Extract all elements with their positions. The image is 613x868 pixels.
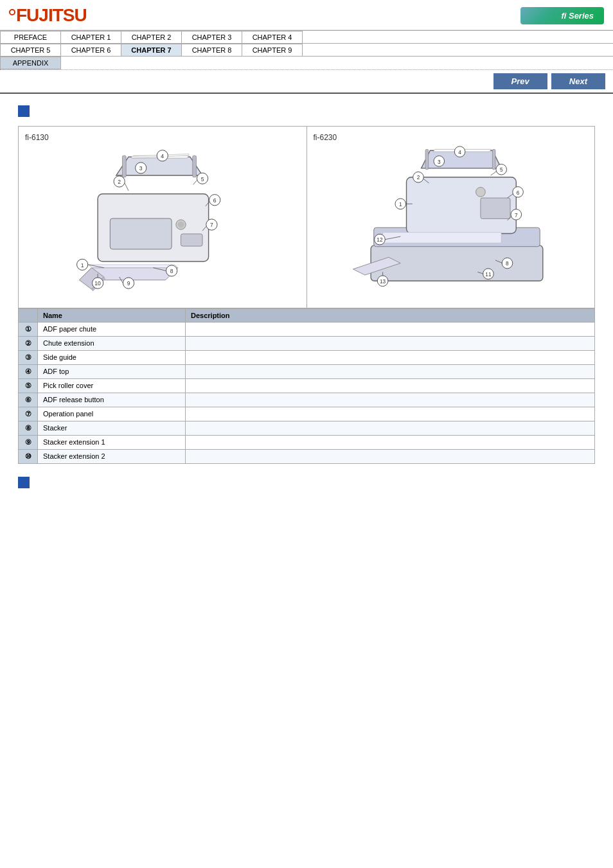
table-row: ④ ADF top: [19, 365, 595, 379]
svg-rect-13: [181, 234, 203, 246]
nav-tab-ch9[interactable]: CHAPTER 9: [242, 44, 303, 57]
table-row: ③ Side guide: [19, 351, 595, 365]
scanner-fi-6230-svg: 1 2 3 4 5 6 7 8: [314, 145, 589, 299]
svg-text:8: 8: [506, 260, 509, 267]
svg-rect-10: [110, 218, 172, 249]
part-desc: [186, 450, 595, 464]
svg-line-77: [490, 172, 496, 175]
nav-row-1: PREFACE CHAPTER 1 CHAPTER 2 CHAPTER 3 CH…: [0, 30, 613, 44]
svg-text:5: 5: [201, 176, 204, 182]
svg-rect-48: [492, 149, 495, 169]
table-row: ⑦ Operation panel: [19, 407, 595, 421]
svg-text:7: 7: [514, 212, 517, 218]
logo-dot: [9, 9, 15, 15]
svg-text:2: 2: [118, 179, 121, 185]
scanner-fi-6130-label: fi-6130: [25, 133, 300, 142]
svg-point-12: [178, 222, 184, 228]
part-desc: [186, 323, 595, 337]
svg-text:10: 10: [94, 280, 101, 287]
part-num: ①: [19, 323, 38, 337]
svg-text:13: 13: [379, 278, 386, 285]
table-row: ⑩ Stacker extension 2: [19, 450, 595, 464]
part-num: ③: [19, 351, 38, 365]
part-desc: [186, 379, 595, 393]
part-num: ⑦: [19, 407, 38, 421]
svg-text:4: 4: [458, 149, 461, 155]
part-name: ADF top: [38, 365, 186, 379]
part-desc: [186, 393, 595, 407]
scanner-fi-6230-label: fi-6230: [314, 133, 589, 142]
nav-tab-ch3[interactable]: CHAPTER 3: [181, 31, 242, 44]
nav-tab-ch1[interactable]: CHAPTER 1: [60, 31, 121, 44]
part-name: Operation panel: [38, 407, 186, 421]
part-num: ⑥: [19, 393, 38, 407]
part-desc: [186, 407, 595, 421]
part-num: ⑨: [19, 436, 38, 450]
logo-text: FUJITSU: [16, 5, 87, 26]
part-name: ADF release button: [38, 393, 186, 407]
svg-text:3: 3: [437, 159, 440, 165]
svg-text:12: 12: [377, 236, 383, 243]
nav-tab-preface[interactable]: PREFACE: [0, 31, 61, 44]
fi-series-badge: fi Series: [520, 7, 604, 24]
svg-text:8: 8: [170, 268, 173, 274]
part-name: Pick roller cover: [38, 379, 186, 393]
part-name: Stacker: [38, 421, 186, 436]
fujitsu-logo: FUJITSU: [9, 5, 87, 26]
svg-rect-47: [425, 149, 429, 169]
svg-text:7: 7: [210, 222, 213, 228]
scanner-fi-6130-box: fi-6130: [19, 127, 307, 308]
scanners-row: fi-6130: [18, 126, 595, 308]
col-header-num: [19, 309, 38, 323]
part-name: Stacker extension 1: [38, 436, 186, 450]
part-num: ⑧: [19, 421, 38, 436]
part-name: Stacker extension 2: [38, 450, 186, 464]
part-num: ⑩: [19, 450, 38, 464]
svg-text:5: 5: [499, 166, 502, 173]
scanner-fi-6130-svg: 1 2 3 4 5 6 7 8: [25, 145, 300, 292]
content-area: fi-6130: [0, 94, 613, 500]
svg-text:9: 9: [127, 280, 130, 287]
table-row: ⑤ Pick roller cover: [19, 379, 595, 393]
table-row: ⑧ Stacker: [19, 421, 595, 436]
scanner-fi-6230-box: fi-6230: [307, 127, 595, 308]
header: FUJITSU fi Series: [0, 0, 613, 30]
svg-rect-8: [122, 155, 126, 177]
table-row: ② Chute extension: [19, 337, 595, 351]
table-row: ⑨ Stacker extension 1: [19, 436, 595, 450]
col-header-desc: Description: [186, 309, 595, 323]
svg-text:4: 4: [161, 153, 164, 159]
prev-button[interactable]: Prev: [493, 73, 547, 89]
part-desc: [186, 351, 595, 365]
svg-text:6: 6: [213, 197, 217, 204]
part-name: Chute extension: [38, 337, 186, 351]
nav-tab-ch4[interactable]: CHAPTER 4: [242, 31, 303, 44]
part-desc: [186, 436, 595, 450]
part-num: ④: [19, 365, 38, 379]
prevnext-bar: Prev Next: [0, 70, 613, 94]
part-num: ⑤: [19, 379, 38, 393]
nav-tab-appendix[interactable]: APPENDIX: [0, 57, 61, 69]
svg-rect-9: [193, 155, 197, 177]
svg-rect-49: [480, 198, 510, 218]
part-desc: [186, 365, 595, 379]
nav-tab-ch2[interactable]: CHAPTER 2: [121, 31, 182, 44]
nav-spacer-1: [302, 31, 613, 44]
svg-line-35: [125, 183, 129, 191]
part-name: Side guide: [38, 351, 186, 365]
parts-table: Name Description ① ADF paper chute ② Chu…: [18, 308, 595, 464]
svg-text:6: 6: [516, 190, 519, 196]
table-row: ① ADF paper chute: [19, 323, 595, 337]
nav-tab-ch8[interactable]: CHAPTER 8: [181, 44, 242, 57]
nav-tab-ch5[interactable]: CHAPTER 5: [0, 44, 61, 57]
part-desc: [186, 421, 595, 436]
nav-tab-ch7[interactable]: CHAPTER 7: [121, 44, 182, 57]
nav-tab-ch6[interactable]: CHAPTER 6: [60, 44, 121, 57]
part-num: ②: [19, 337, 38, 351]
svg-text:11: 11: [485, 271, 492, 278]
nav-spacer-3: [60, 57, 613, 69]
svg-text:3: 3: [139, 165, 143, 172]
table-row: ⑥ ADF release button: [19, 393, 595, 407]
next-button[interactable]: Next: [551, 73, 605, 89]
col-header-name: Name: [38, 309, 186, 323]
